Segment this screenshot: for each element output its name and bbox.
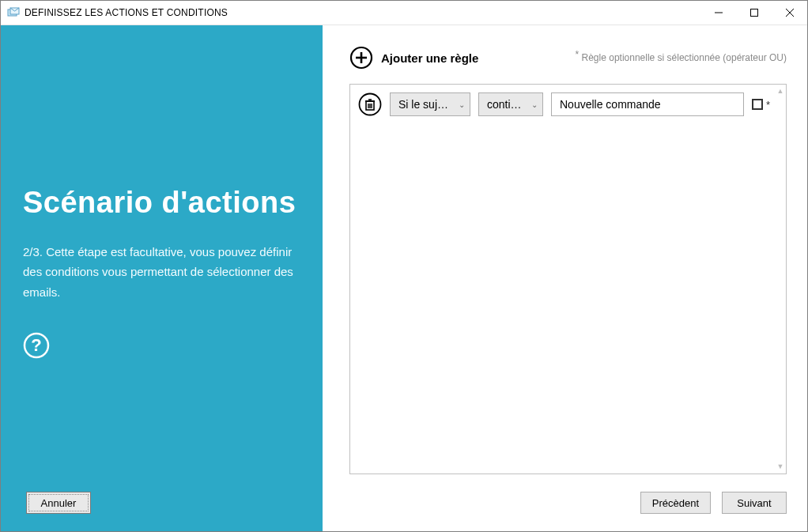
- window-title: DEFINISSEZ LES ACTIONS ET CONDITIONS: [25, 7, 228, 18]
- previous-button-label: Précèdent: [652, 497, 699, 509]
- asterisk-icon: *: [766, 99, 770, 111]
- rule-value-text: Nouvelle commande: [560, 98, 661, 111]
- window-body: Scénario d'actions 2/3. Cette étape est …: [1, 25, 807, 531]
- add-rule-button[interactable]: Ajouter une règle: [349, 46, 478, 70]
- app-window: DEFINISSEZ LES ACTIONS ET CONDITIONS Scé…: [0, 0, 808, 532]
- plus-circle-icon: [349, 46, 373, 70]
- next-button[interactable]: Suivant: [722, 492, 787, 514]
- add-rule-label: Ajouter une règle: [381, 51, 478, 65]
- scroll-down-icon: ▼: [777, 463, 784, 470]
- chevron-down-icon: ⌄: [531, 100, 538, 109]
- maximize-button[interactable]: [736, 1, 772, 25]
- svg-rect-3: [750, 9, 757, 17]
- rule-operator-dropdown[interactable]: contient ⌄: [478, 92, 543, 116]
- wizard-main: Ajouter une règle Règle optionnelle si s…: [323, 25, 807, 531]
- title-bar: DEFINISSEZ LES ACTIONS ET CONDITIONS: [1, 1, 807, 25]
- page-description: 2/3. Cette étape est facultative, vous p…: [23, 242, 300, 303]
- checkbox-icon: [752, 99, 763, 110]
- page-title: Scénario d'actions: [23, 25, 300, 220]
- main-header: Ajouter une règle Règle optionnelle si s…: [349, 46, 787, 70]
- next-button-label: Suivant: [737, 497, 771, 509]
- chevron-down-icon: ⌄: [459, 100, 465, 109]
- close-button[interactable]: [772, 1, 807, 25]
- wizard-sidebar: Scénario d'actions 2/3. Cette étape est …: [1, 25, 323, 531]
- rule-optional-checkbox[interactable]: *: [752, 99, 770, 111]
- wizard-footer: Précèdent Suivant: [349, 492, 787, 514]
- window-controls: [700, 1, 807, 25]
- cancel-button[interactable]: Annuler: [26, 492, 91, 514]
- rules-list: Si le sujet... ⌄ contient ⌄ Nouvelle com…: [349, 84, 787, 474]
- previous-button[interactable]: Précèdent: [640, 492, 711, 514]
- rule-field-dropdown[interactable]: Si le sujet... ⌄: [390, 92, 470, 116]
- app-icon: [7, 6, 20, 19]
- svg-text:?: ?: [31, 335, 41, 355]
- rule-row: Si le sujet... ⌄ contient ⌄ Nouvelle com…: [358, 92, 770, 116]
- rules-scrollbar[interactable]: ▲ ▼: [776, 88, 784, 470]
- scroll-up-icon: ▲: [777, 88, 784, 95]
- rule-value-input[interactable]: Nouvelle commande: [551, 92, 744, 116]
- optional-rule-hint: Règle optionnelle si sélectionnée (opéra…: [576, 52, 787, 63]
- help-icon[interactable]: ?: [23, 332, 50, 359]
- delete-rule-button[interactable]: [358, 92, 382, 116]
- minimize-button[interactable]: [700, 1, 736, 25]
- rule-field-label: Si le sujet...: [391, 98, 470, 111]
- cancel-button-label: Annuler: [41, 497, 77, 509]
